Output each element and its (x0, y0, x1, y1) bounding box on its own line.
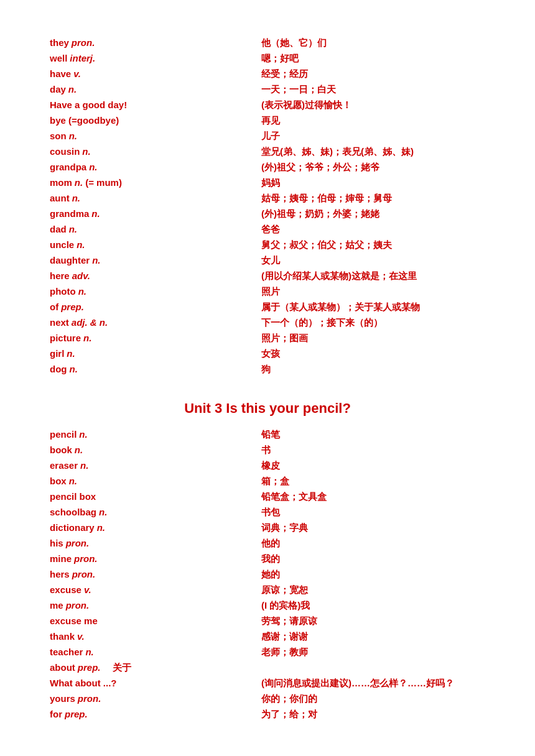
vocab-word: girl (50, 348, 64, 359)
vocab-pos: v. (73, 68, 81, 79)
vocab-meaning: 他（她、它）们 (261, 37, 327, 49)
table-row: minepron.我的 (50, 553, 485, 565)
vocab-meaning: 他的 (261, 538, 280, 550)
vocab-word: uncle (50, 239, 74, 250)
vocab-meaning: 你的；你们的 (261, 693, 317, 705)
table-row: dictionaryn.词典；字典 (50, 522, 485, 534)
vocab-meaning: 词典；字典 (261, 522, 308, 534)
table-row: nextadj. & n.下一个（的）；接下来（的） (50, 317, 485, 329)
vocab-meaning: 橡皮 (261, 460, 280, 472)
vocab-meaning: 照片 (261, 286, 280, 298)
table-row: dogn.狗 (50, 364, 485, 376)
vocab-word: have (50, 68, 71, 79)
vocab-word: his (50, 538, 63, 548)
vocab-word: photo (50, 286, 76, 297)
vocab-word: here (50, 270, 70, 281)
table-row: momn.(= mum)妈妈 (50, 177, 485, 189)
table-row: thankv.感谢；谢谢 (50, 631, 485, 643)
vocab-pos: n. (79, 429, 87, 440)
vocab-pos: pron. (78, 693, 101, 704)
vocab-pos: prep. (61, 302, 84, 312)
vocab-pos: pron. (72, 569, 96, 579)
vocab-pos: n. (77, 239, 85, 250)
vocab-pos: n. (97, 522, 105, 533)
table-row: unclen.舅父；叔父；伯父；姑父；姨夫 (50, 239, 485, 251)
vocab-meaning: 嗯；好吧 (261, 53, 299, 65)
vocab-pos: n. (69, 131, 77, 141)
vocab-pos: pron. (66, 600, 90, 611)
table-row: hispron.他的 (50, 538, 485, 550)
vocab-word: well (50, 53, 67, 63)
vocab-word: cousin (50, 146, 80, 157)
vocab-meaning: (表示祝愿)过得愉快！ (261, 99, 351, 111)
vocab-pos: prep. (65, 709, 88, 719)
table-row: hereadv.(用以介绍某人或某物)这就是；在这里 (50, 270, 485, 282)
vocab-meaning: 一天；一日；白天 (261, 84, 336, 96)
vocab-meaning: 照片；图画 (261, 333, 308, 344)
vocab-word: me (50, 600, 63, 611)
vocab-word: grandma (50, 208, 89, 219)
vocab-word: box (50, 476, 67, 486)
vocab-pos: n. (75, 177, 83, 188)
vocab-meaning: (I 的宾格)我 (261, 600, 310, 612)
vocab-meaning: 妈妈 (261, 177, 280, 189)
vocab-meaning: 为了；给；对 (261, 709, 317, 721)
vocab-meaning: 我的 (261, 553, 280, 565)
vocab-meaning: 铅笔盒；文具盒 (261, 491, 327, 503)
vocab-pos: n. (68, 84, 77, 94)
table-row: What about ...?(询问消息或提出建议)……怎么样？……好吗？ (50, 678, 485, 689)
table-row: teachern.老师；教师 (50, 647, 485, 658)
vocab-pos: interj. (70, 53, 95, 63)
table-row: havev.经受；经历 (50, 68, 485, 80)
table-row: Have a good day!(表示祝愿)过得愉快！ (50, 99, 485, 111)
vocab-meaning: 原谅；宽恕 (261, 584, 308, 596)
table-row: schoolbagn.书包 (50, 507, 485, 519)
vocab-word: eraser (50, 460, 78, 471)
vocab-word: aunt (50, 193, 70, 203)
table-row: cousinn.堂兄(弟、姊、妹)；表兄(弟、姊、妹) (50, 146, 485, 158)
table-row: penciln.铅笔 (50, 429, 485, 441)
table-row: girln.女孩 (50, 348, 485, 360)
vocab-word: hers (50, 569, 70, 579)
unit3-vocabulary-table: penciln.铅笔bookn.书erasern.橡皮boxn.箱；盒penci… (50, 429, 485, 721)
table-row: auntn.姑母；姨母；伯母；婶母；舅母 (50, 193, 485, 205)
vocab-meaning: 爸爸 (261, 224, 280, 236)
vocab-pos: pron. (72, 37, 95, 48)
vocab-meaning: 再见 (261, 115, 280, 127)
vocab-pos: v. (84, 584, 91, 595)
table-row: boxn.箱；盒 (50, 476, 485, 487)
vocab-meaning: 书包 (261, 507, 280, 519)
vocab-meaning: 感谢；谢谢 (261, 631, 308, 643)
vocabulary-table: theypron.他（她、它）们wellinterj.嗯；好吧havev.经受；… (50, 37, 485, 376)
vocab-word: dictionary (50, 522, 95, 533)
table-row: herspron.她的 (50, 569, 485, 581)
table-row: grandpan.(外)祖父；爷爷；外公；姥爷 (50, 162, 485, 173)
vocab-word: bye (=goodbye) (50, 115, 119, 126)
table-row: erasern.橡皮 (50, 460, 485, 472)
table-row: aboutprep. 关于 (50, 662, 485, 674)
vocab-pos: n. (80, 460, 88, 471)
table-row: mepron.(I 的宾格)我 (50, 600, 485, 612)
vocab-word: mine (50, 553, 72, 564)
table-row: picturen.照片；图画 (50, 333, 485, 344)
table-row: wellinterj.嗯；好吧 (50, 53, 485, 65)
vocab-meaning: (询问消息或提出建议)……怎么样？……好吗？ (261, 678, 454, 689)
vocab-pos: n. (99, 507, 107, 517)
vocab-word: for (50, 709, 62, 719)
vocab-pos: prep. (78, 662, 101, 673)
vocab-word: pencil box (50, 491, 96, 502)
table-row: bookn.书 (50, 445, 485, 456)
vocab-pos: n. (78, 286, 86, 297)
vocab-meaning: 女孩 (261, 348, 280, 360)
table-row: sonn.儿子 (50, 131, 485, 142)
unit3-title: Unit 3 Is this your pencil? (50, 400, 485, 417)
vocab-pos: n. (67, 348, 75, 359)
vocab-meaning: 狗 (261, 364, 271, 376)
vocab-meaning: 劳驾；请原谅 (261, 615, 317, 627)
vocab-meaning: 姑母；姨母；伯母；婶母；舅母 (261, 193, 392, 205)
vocab-meaning: (用以介绍某人或某物)这就是；在这里 (261, 270, 417, 282)
vocab-pos: n. (72, 193, 80, 203)
vocab-pos: n. (70, 364, 78, 374)
vocab-word: about (50, 662, 75, 673)
vocab-word: schoolbag (50, 507, 96, 517)
